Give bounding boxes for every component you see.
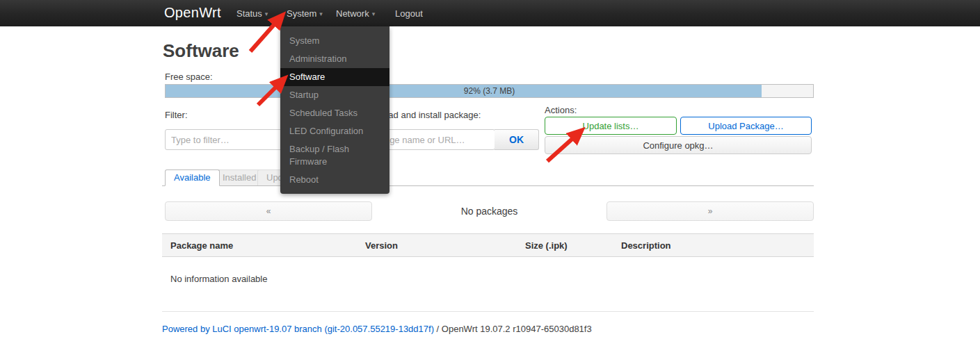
free-space-value: 92% (3.7 MB) xyxy=(166,85,813,97)
pagination-next-button[interactable]: » xyxy=(607,201,814,221)
annotation-arrows xyxy=(0,0,980,348)
chevron-down-icon: ▾ xyxy=(319,10,323,17)
menu-item-system[interactable]: System xyxy=(280,32,389,50)
free-space-progressbar: 92% (3.7 MB) xyxy=(165,84,814,98)
chevron-down-icon: ▾ xyxy=(372,10,376,17)
system-dropdown-menu: System Administration Software Startup S… xyxy=(280,26,389,194)
column-header-size: Size (.ipk) xyxy=(525,240,568,251)
column-header-description: Description xyxy=(621,240,671,251)
chevron-down-icon: ▾ xyxy=(265,10,268,17)
update-lists-button[interactable]: Update lists… xyxy=(545,117,677,135)
openwrt-logo: OpenWrt xyxy=(164,5,221,21)
nav-item-system[interactable]: System▾ xyxy=(287,8,323,19)
page-title: Software xyxy=(163,40,239,62)
tab-available[interactable]: Available xyxy=(165,169,220,186)
top-navbar: OpenWrt Status▾ System▾ Network▾ Logout xyxy=(0,0,980,26)
upload-package-button[interactable]: Upload Package… xyxy=(680,117,812,135)
luci-footer-link[interactable]: Powered by LuCI openwrt-19.07 branch (gi… xyxy=(162,324,434,334)
footer-text: Powered by LuCI openwrt-19.07 branch (gi… xyxy=(162,324,592,334)
menu-item-backup-flash-firmware[interactable]: Backup / Flash Firmware xyxy=(280,140,389,171)
openwrt-version-text: / OpenWrt 19.07.2 r10947-65030d81f3 xyxy=(434,324,592,334)
nav-item-status[interactable]: Status▾ xyxy=(236,8,268,19)
menu-item-scheduled-tasks[interactable]: Scheduled Tasks xyxy=(280,104,389,122)
footer-divider xyxy=(162,311,814,312)
nav-item-network[interactable]: Network▾ xyxy=(336,8,375,19)
configure-opkg-button[interactable]: Configure opkg… xyxy=(545,136,812,154)
table-header-row: Package name Version Size (.ipk) Descrip… xyxy=(162,233,814,257)
column-header-package-name: Package name xyxy=(170,240,233,251)
menu-item-administration[interactable]: Administration xyxy=(280,50,389,68)
menu-item-reboot[interactable]: Reboot xyxy=(280,171,389,189)
table-empty-message: No information available xyxy=(170,274,267,284)
ok-button[interactable]: OK xyxy=(495,129,539,150)
menu-item-software[interactable]: Software xyxy=(280,68,389,86)
nav-item-logout[interactable]: Logout xyxy=(395,8,423,19)
actions-label: Actions: xyxy=(545,105,577,115)
column-header-version: Version xyxy=(365,240,398,251)
filter-label: Filter: xyxy=(165,110,188,120)
menu-item-startup[interactable]: Startup xyxy=(280,86,389,104)
menu-item-led-configuration[interactable]: LED Configuration xyxy=(280,122,389,140)
tab-bar-divider xyxy=(162,185,814,186)
free-space-label: Free space: xyxy=(165,72,213,82)
